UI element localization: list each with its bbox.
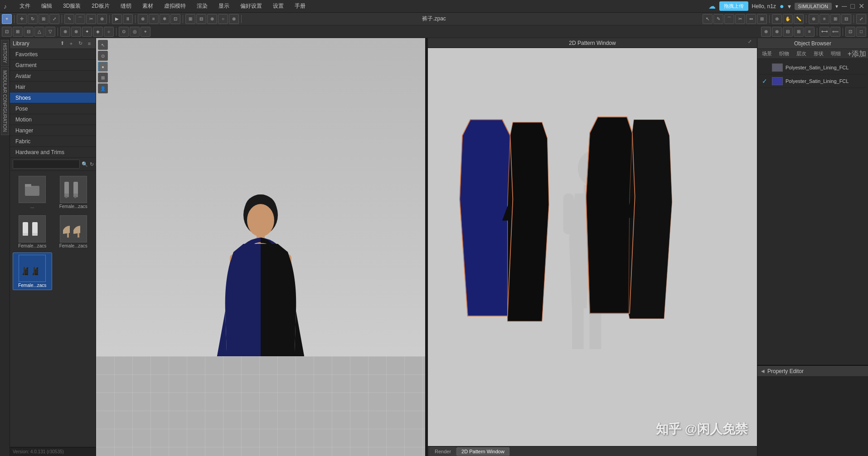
2d-more2[interactable]: ≡	[820, 14, 829, 24]
3d-extra2[interactable]: ⊞	[13, 27, 23, 37]
2d-zoom-btn[interactable]: ⊕	[772, 14, 782, 24]
library-item-shoe1[interactable]: Female...zacs	[54, 174, 93, 211]
2d-row2-3[interactable]: ⊟	[783, 27, 793, 37]
library-item-shoe4[interactable]: Female...zacs	[13, 252, 52, 290]
vp-wireframe-btn[interactable]: ⊞	[98, 73, 108, 82]
library-nav-hair[interactable]: Hair	[10, 82, 96, 92]
menu-settings[interactable]: 设置	[271, 1, 286, 11]
2d-row2-2[interactable]: ⊗	[772, 27, 782, 37]
3d-extra12[interactable]: ◎	[130, 27, 140, 37]
2d-fold-btn[interactable]: ⊞	[757, 14, 767, 24]
arrange-btn[interactable]: ≡	[149, 14, 159, 24]
2d-row2-7[interactable]: ⟸	[830, 27, 840, 37]
vp-shading-btn[interactable]: ●	[98, 62, 108, 72]
2d-mirror-btn[interactable]: ⇔	[746, 14, 756, 24]
more-tool1[interactable]: ⊞	[185, 14, 195, 24]
library-refresh-btn[interactable]: ↻	[77, 40, 84, 47]
library-nav-hardware[interactable]: Hardware and Trims	[10, 147, 96, 158]
menu-help[interactable]: 手册	[293, 1, 307, 11]
vp-select-btn[interactable]: ↖	[98, 40, 108, 50]
3d-extra9[interactable]: ◈	[93, 27, 103, 37]
2d-more3[interactable]: ⊞	[830, 14, 840, 24]
library-nav-hanger[interactable]: Hanger	[10, 125, 96, 136]
pattern-2d-window[interactable]: 2D Pattern Window ⤢	[427, 38, 757, 456]
sim-dropdown-icon[interactable]: ▾	[835, 3, 838, 10]
select-tool-btn[interactable]: ✦	[2, 14, 12, 24]
2d-row2-9[interactable]: □	[856, 27, 866, 37]
ob-item-0[interactable]: Polyester_Satin_Lining_FCL	[759, 61, 866, 74]
upload-button[interactable]: 拖拽上传	[719, 1, 748, 11]
2d-more1[interactable]: ⊗	[809, 14, 819, 24]
pen-tool-btn[interactable]: ✎	[64, 14, 74, 24]
library-item-shoe2[interactable]: Female...zacs	[13, 213, 52, 251]
menu-stitch[interactable]: 缝纫	[119, 1, 133, 11]
menu-preferences[interactable]: 偏好设置	[238, 1, 264, 11]
library-nav-motion[interactable]: Motion	[10, 114, 96, 125]
unfold-btn[interactable]: ⊡	[170, 14, 180, 24]
2d-expand-btn[interactable]: ⤢	[856, 14, 866, 24]
3d-extra11[interactable]: ⊙	[119, 27, 129, 37]
simulation-badge[interactable]: SIMULATION	[795, 3, 832, 10]
more-tool5[interactable]: ⊗	[229, 14, 239, 24]
library-nav-favorites[interactable]: Favorites	[10, 49, 96, 60]
library-item-folder[interactable]: ...	[13, 174, 52, 211]
menu-2d-pattern[interactable]: 2D板片	[90, 1, 111, 11]
2d-scissor-btn[interactable]: ✂	[735, 14, 745, 24]
2d-row2-1[interactable]: ⊕	[761, 27, 771, 37]
3d-extra4[interactable]: △	[34, 27, 44, 37]
library-search-input[interactable]	[13, 160, 80, 169]
curve-tool-btn[interactable]: ⌒	[75, 14, 85, 24]
3d-extra1[interactable]: ⊡	[2, 27, 12, 37]
2d-row2-6[interactable]: ⟷	[820, 27, 829, 37]
3d-extra7[interactable]: ⊗	[71, 27, 81, 37]
menu-avatar[interactable]: 虚拟模特	[162, 1, 188, 11]
3d-extra13[interactable]: ⌖	[141, 27, 150, 37]
library-nav-shoes[interactable]: Shoes	[10, 92, 96, 103]
3d-extra6[interactable]: ⊕	[60, 27, 70, 37]
ob-tab-hierarchy[interactable]: 层次	[794, 49, 809, 58]
more-tool2[interactable]: ⊟	[196, 14, 206, 24]
pin-tool-btn[interactable]: ⊕	[97, 14, 107, 24]
library-nav-avatar[interactable]: Avatar	[10, 71, 96, 82]
sidebar-tab-modular[interactable]: MODULAR CONFIGURATION	[1, 67, 9, 135]
scale-tool-btn[interactable]: ⊞	[39, 14, 48, 24]
transform-tool-btn[interactable]: ⤢	[49, 14, 59, 24]
3d-extra10[interactable]: ⟐	[104, 27, 114, 37]
ob-tab-fabric[interactable]: 织物	[776, 49, 792, 58]
library-nav-fabric[interactable]: Fabric	[10, 136, 96, 147]
library-list-view-btn[interactable]: ≡	[86, 40, 93, 47]
pause-btn[interactable]: ⏸	[123, 14, 133, 24]
close-icon[interactable]: ✕	[858, 2, 864, 10]
viewport-3d[interactable]: ↖ ⊙ ● ⊞ 👤	[96, 38, 425, 456]
sidebar-tab-history[interactable]: HISTORY	[1, 40, 9, 66]
menu-3d-garment[interactable]: 3D服装	[61, 1, 82, 11]
property-editor-header[interactable]: ◀ Property Editor	[757, 366, 868, 377]
ob-tab-shape[interactable]: 形状	[811, 49, 826, 58]
2d-pen-btn[interactable]: ✎	[713, 14, 723, 24]
more-tool3[interactable]: ⊕	[207, 14, 217, 24]
library-refresh2-btn[interactable]: ↻	[90, 160, 94, 168]
tab-2d-pattern[interactable]: 2D Pattern Window	[456, 447, 509, 456]
library-import-btn[interactable]: ⬆	[58, 40, 66, 47]
pattern-expand-btn[interactable]: ⤢	[748, 39, 755, 46]
tab-render[interactable]: Render	[430, 447, 456, 456]
stitch-btn[interactable]: ⊗	[138, 14, 148, 24]
vp-avatar-btn[interactable]: 👤	[98, 83, 108, 93]
library-add-btn[interactable]: +	[68, 40, 75, 47]
3d-extra3[interactable]: ⊟	[24, 27, 34, 37]
2d-select-btn[interactable]: ↖	[703, 14, 713, 24]
2d-pan-btn[interactable]: ✋	[783, 14, 793, 24]
library-nav-garment[interactable]: Garment	[10, 60, 96, 71]
menu-render[interactable]: 渲染	[195, 1, 209, 11]
minimize-icon[interactable]: ─	[842, 2, 847, 10]
2d-row2-8[interactable]: ⊡	[845, 27, 855, 37]
3d-extra5[interactable]: ▽	[45, 27, 55, 37]
freeze-btn[interactable]: ❄	[160, 14, 170, 24]
simulate-btn[interactable]: ▶	[112, 14, 122, 24]
ob-item-1[interactable]: ✓ Polyester_Satin_Lining_FCL	[759, 74, 866, 88]
scissor-tool-btn[interactable]: ✂	[86, 14, 96, 24]
3d-extra8[interactable]: ✦	[82, 27, 92, 37]
library-nav-pose[interactable]: Pose	[10, 103, 96, 114]
ob-add-btn[interactable]: +添加	[848, 50, 866, 58]
menu-file[interactable]: 文件	[18, 1, 32, 11]
